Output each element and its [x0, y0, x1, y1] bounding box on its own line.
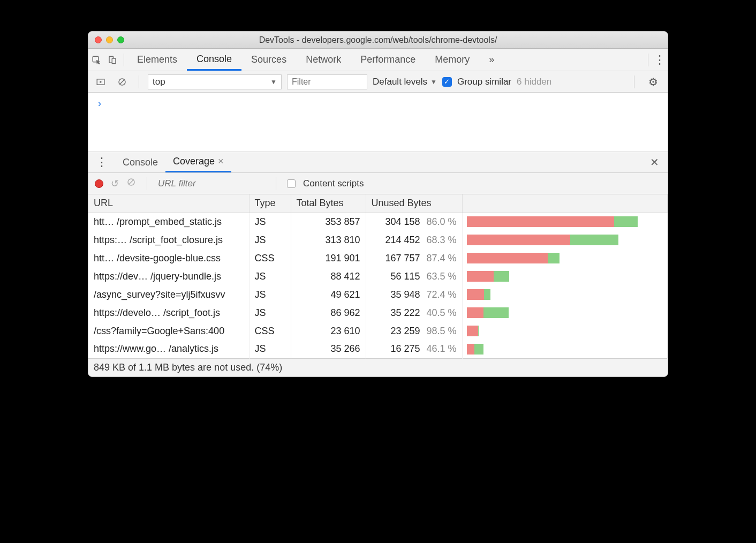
table-row[interactable]: /css?family=Google+Sans:400CSS23 61023 2…: [88, 322, 668, 340]
tab-sources[interactable]: Sources: [241, 49, 296, 71]
drawer-tab-label: Console: [123, 157, 158, 168]
table-row[interactable]: htt… /prompt_embed_static.jsJS353 857304…: [88, 213, 668, 231]
tab-console[interactable]: Console: [187, 49, 241, 71]
console-output[interactable]: ›: [88, 93, 668, 152]
unused-segment: [467, 216, 614, 227]
device-toggle-icon[interactable]: [104, 49, 120, 71]
cell-total: 191 901: [291, 249, 366, 267]
cell-type: JS: [249, 231, 291, 249]
context-value: top: [153, 77, 165, 87]
table-row[interactable]: https://develo… /script_foot.jsJS86 9623…: [88, 304, 668, 322]
tab-network[interactable]: Network: [296, 49, 351, 71]
cell-unused: 56 11563.5 %: [366, 267, 462, 285]
tab-elements[interactable]: Elements: [127, 49, 187, 71]
used-segment: [474, 344, 483, 355]
col-url[interactable]: URL: [88, 194, 249, 213]
tab-memory[interactable]: Memory: [425, 49, 479, 71]
divider: [139, 76, 139, 88]
cell-bar: [462, 340, 668, 358]
used-segment: [570, 235, 618, 245]
cell-type: CSS: [249, 249, 291, 267]
cell-type: JS: [249, 285, 291, 304]
divider: [634, 76, 634, 88]
table-row[interactable]: https:… /script_foot_closure.jsJS313 810…: [88, 231, 668, 249]
table-row[interactable]: htt… /devsite-google-blue.cssCSS191 9011…: [88, 249, 668, 267]
used-segment: [548, 253, 560, 263]
inspect-icon[interactable]: [88, 49, 104, 71]
context-selector[interactable]: top ▼: [148, 74, 282, 89]
group-similar-label: Group similar: [457, 77, 511, 87]
col-bar[interactable]: [462, 194, 668, 213]
titlebar: DevTools - developers.google.com/web/too…: [88, 32, 668, 49]
settings-icon[interactable]: ⚙: [643, 76, 663, 88]
devtools-window: DevTools - developers.google.com/web/too…: [88, 31, 668, 377]
reload-icon[interactable]: ↻: [111, 178, 119, 190]
log-levels-selector[interactable]: Default levels ▼: [373, 77, 437, 87]
usage-bar: [467, 235, 619, 245]
content-scripts-checkbox[interactable]: [287, 179, 296, 188]
svg-line-5: [120, 79, 125, 84]
drawer-menu-icon[interactable]: ⋮: [88, 155, 115, 169]
table-row[interactable]: https://dev… /jquery-bundle.jsJS88 41256…: [88, 267, 668, 285]
unused-segment: [467, 344, 475, 355]
table-row[interactable]: /async_survey?site=ylj5ifxusvvJS49 62135…: [88, 285, 668, 304]
table-row[interactable]: https://www.go… /analytics.jsJS35 26616 …: [88, 340, 668, 358]
cell-bar: [462, 285, 668, 304]
used-segment: [494, 271, 509, 282]
hidden-count[interactable]: 6 hidden: [517, 77, 551, 87]
cell-url: htt… /devsite-google-blue.css: [88, 249, 249, 267]
group-similar-checkbox[interactable]: ✓: [442, 77, 452, 87]
kebab-menu-icon[interactable]: ⋮: [652, 49, 668, 71]
close-drawer-icon[interactable]: ✕: [641, 156, 668, 169]
col-type[interactable]: Type: [249, 194, 291, 213]
chevron-down-icon: ▼: [430, 78, 437, 86]
console-toolbar: top ▼ Default levels ▼ ✓ Group similar 6…: [88, 71, 668, 93]
close-tab-icon[interactable]: ×: [218, 156, 224, 167]
coverage-table: URL Type Total Bytes Unused Bytes htt… /…: [88, 194, 668, 376]
cell-url: htt… /prompt_embed_static.js: [88, 213, 249, 231]
cell-total: 353 857: [291, 213, 366, 231]
cell-total: 23 610: [291, 322, 366, 340]
chevron-down-icon: ▼: [270, 78, 277, 86]
coverage-summary: 849 KB of 1.1 MB bytes are not used. (74…: [88, 358, 668, 376]
cell-unused: 16 27546.1 %: [366, 340, 462, 358]
usage-bar: [467, 344, 484, 355]
console-prompt-icon: ›: [98, 98, 101, 109]
cell-total: 35 266: [291, 340, 366, 358]
cell-total: 313 810: [291, 231, 366, 249]
cell-unused: 23 25998.5 %: [366, 322, 462, 340]
cell-unused: 214 45268.3 %: [366, 231, 462, 249]
unused-segment: [467, 235, 571, 245]
col-total[interactable]: Total Bytes: [291, 194, 366, 213]
cell-type: JS: [249, 213, 291, 231]
clear-console-icon[interactable]: [114, 71, 130, 92]
usage-bar: [467, 289, 491, 300]
cell-url: /css?family=Google+Sans:400: [88, 322, 249, 340]
cell-bar: [462, 231, 668, 249]
drawer-tab-coverage[interactable]: Coverage×: [165, 152, 231, 172]
console-filter-input[interactable]: [287, 74, 367, 89]
unused-segment: [467, 326, 478, 336]
tab-performance[interactable]: Performance: [351, 49, 425, 71]
cell-unused: 35 22240.5 %: [366, 304, 462, 322]
svg-line-7: [129, 180, 134, 185]
url-filter-input[interactable]: [158, 178, 265, 189]
svg-rect-2: [112, 58, 116, 64]
record-icon[interactable]: [95, 179, 103, 188]
cell-url: /async_survey?site=ylj5ifxusvv: [88, 285, 249, 304]
cell-total: 49 621: [291, 285, 366, 304]
levels-label: Default levels: [373, 77, 427, 87]
cell-total: 88 412: [291, 267, 366, 285]
cell-type: CSS: [249, 322, 291, 340]
usage-bar: [467, 307, 509, 318]
unused-segment: [467, 253, 548, 263]
tabs-overflow[interactable]: »: [479, 49, 504, 71]
cell-url: https://develo… /script_foot.js: [88, 304, 249, 322]
execute-icon[interactable]: [93, 71, 109, 92]
cell-bar: [462, 267, 668, 285]
clear-icon[interactable]: [126, 177, 136, 190]
cell-bar: [462, 304, 668, 322]
usage-bar: [467, 216, 638, 227]
col-unused[interactable]: Unused Bytes: [366, 194, 462, 213]
drawer-tab-console[interactable]: Console: [115, 152, 165, 172]
